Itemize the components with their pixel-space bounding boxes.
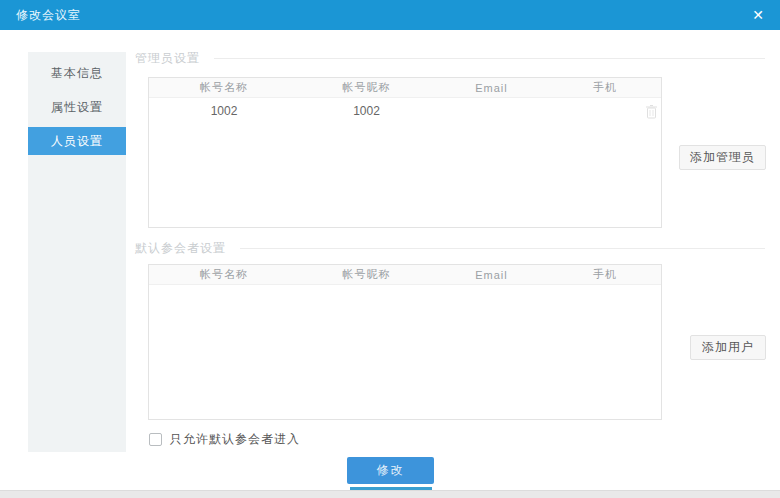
bottom-strip <box>0 490 780 498</box>
column-account-name: 帐号名称 <box>149 80 299 95</box>
trash-icon[interactable] <box>645 104 658 119</box>
only-default-participants-option[interactable]: 只允许默认参会者进入 <box>149 431 300 448</box>
cell-account: 1002 <box>149 104 299 118</box>
participants-table-header: 帐号名称 帐号昵称 Email 手机 <box>149 265 661 285</box>
column-phone: 手机 <box>549 267 661 282</box>
column-account-nickname: 帐号昵称 <box>299 80 434 95</box>
sidebar: 基本信息 属性设置 人员设置 <box>28 52 126 452</box>
column-phone: 手机 <box>549 80 661 95</box>
section-divider <box>240 248 765 249</box>
participants-section-title: 默认参会者设置 <box>135 240 226 257</box>
sidebar-item-personnel-settings[interactable]: 人员设置 <box>28 127 126 155</box>
admin-section-header: 管理员设置 <box>135 50 765 67</box>
column-email: Email <box>434 269 549 281</box>
column-account-nickname: 帐号昵称 <box>299 267 434 282</box>
checkbox[interactable] <box>149 433 162 446</box>
table-row[interactable]: 1002 1002 <box>149 98 661 124</box>
section-divider <box>214 58 765 59</box>
modify-button[interactable]: 修改 <box>347 457 434 484</box>
sidebar-item-property-settings[interactable]: 属性设置 <box>28 93 126 121</box>
admin-table: 帐号名称 帐号昵称 Email 手机 1002 1002 <box>148 77 662 228</box>
dialog-titlebar: 修改会议室 ✕ <box>0 0 780 30</box>
participants-table: 帐号名称 帐号昵称 Email 手机 <box>148 264 662 420</box>
admin-table-header: 帐号名称 帐号昵称 Email 手机 <box>149 78 661 98</box>
close-icon[interactable]: ✕ <box>752 8 764 22</box>
column-account-name: 帐号名称 <box>149 267 299 282</box>
column-email: Email <box>434 82 549 94</box>
admin-section-title: 管理员设置 <box>135 50 200 67</box>
add-user-button[interactable]: 添加用户 <box>690 335 766 360</box>
checkbox-label: 只允许默认参会者进入 <box>170 431 300 448</box>
dialog-title: 修改会议室 <box>16 7 81 24</box>
cell-nickname: 1002 <box>299 104 434 118</box>
add-admin-button[interactable]: 添加管理员 <box>679 145 766 170</box>
sidebar-item-basic-info[interactable]: 基本信息 <box>28 59 126 87</box>
participants-section-header: 默认参会者设置 <box>135 240 765 257</box>
